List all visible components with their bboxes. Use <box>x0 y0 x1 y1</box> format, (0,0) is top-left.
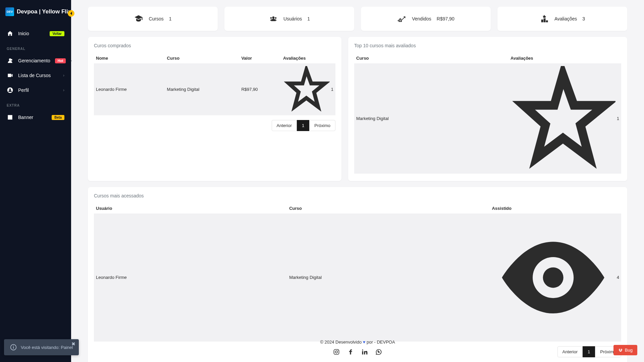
stat-value: 1 <box>169 16 172 21</box>
th-assistido: Assistido <box>490 203 621 214</box>
nav-label: Lista de Cursos <box>18 73 58 78</box>
chevron-right-icon: › <box>63 88 64 93</box>
stat-label: Usuários <box>283 16 302 21</box>
pagination: Anterior 1 Próximo <box>94 120 335 131</box>
sidebar-header: DEV Devpoa | Yellow Flix <box>0 0 71 23</box>
stat-card-vendidos: Vendidos R$97,90 <box>361 7 491 31</box>
user-icon <box>7 87 13 94</box>
nav-label: Gerenciamento <box>18 58 50 63</box>
nav-item-gerenciamento[interactable]: Gerenciamento Hot › <box>0 53 71 68</box>
logo-icon: DEV <box>5 7 14 16</box>
bug-icon <box>618 348 623 353</box>
star-icon <box>283 66 330 113</box>
instagram-icon[interactable] <box>333 349 340 355</box>
stat-card-cursos: Cursos 1 <box>88 7 218 31</box>
nav-section-extra: EXTRA <box>0 98 71 110</box>
stat-label: Avaliações <box>554 16 577 21</box>
stat-card-usuarios: Usuários 1 <box>224 7 354 31</box>
cell-curso: Marketing Digital <box>287 214 490 342</box>
page-next-button[interactable]: Próximo <box>309 120 335 131</box>
cell-curso: Marketing Digital <box>165 63 239 115</box>
badge-beta: Beta <box>52 115 64 120</box>
svg-point-4 <box>338 350 338 351</box>
toast-close-button[interactable]: ✖ <box>71 341 75 347</box>
linkedin-icon[interactable] <box>361 349 368 355</box>
panel-comprados: Curos comprados Nome Curso Valor Avaliaç… <box>88 37 341 181</box>
users-group-icon <box>269 14 278 23</box>
nav-item-lista-cursos[interactable]: Lista de Cursos › <box>0 68 71 83</box>
graduation-icon <box>134 14 143 23</box>
main-content: Cursos 1 Usuários 1 Vendidos R$97,90 Ava… <box>71 0 644 362</box>
nav-label: Perfil <box>18 87 58 93</box>
facebook-icon[interactable] <box>347 349 354 355</box>
badge-voltar: Voltar <box>50 31 64 36</box>
brand-title: Devpoa | Yellow Flix <box>17 8 71 15</box>
th-nome: Nome <box>94 53 165 63</box>
badge-hot: Hot <box>55 58 66 63</box>
video-icon <box>7 72 13 79</box>
sales-icon <box>397 14 407 23</box>
table-mais-acessados: Usuário Curso Assistido Leonardo Firme M… <box>94 203 621 342</box>
image-icon <box>7 114 13 121</box>
table-row: Leonardo Firme Marketing Digital 4 <box>94 214 621 342</box>
page-number-button[interactable]: 1 <box>297 120 309 131</box>
panel-top-avaliados: Top 10 cursos mais avaliados Curso Avali… <box>348 37 627 181</box>
panel-mais-acessados: Cursos mais acessados Usuário Curso Assi… <box>88 187 627 362</box>
cell-views: 4 <box>490 214 621 342</box>
nav-item-banner[interactable]: Banner Beta <box>0 110 71 125</box>
home-icon <box>7 30 13 37</box>
bug-report-button[interactable]: Bug <box>613 345 637 355</box>
nav-label: Banner <box>18 115 47 120</box>
table-comprados: Nome Curso Valor Avaliações Leonardo Fir… <box>94 53 335 115</box>
ratings-icon <box>540 14 549 23</box>
stat-value: R$97,90 <box>437 16 454 21</box>
footer-text: © 2024 Desenvolvido ♥ por - DEVPOA <box>71 340 644 345</box>
collapse-button[interactable] <box>68 10 74 17</box>
stat-label: Cursos <box>149 16 163 21</box>
panels-row: Curos comprados Nome Curso Valor Avaliaç… <box>88 37 627 181</box>
info-icon <box>10 344 17 351</box>
social-links <box>71 349 644 355</box>
stat-value: 1 <box>307 16 310 21</box>
star-icon <box>511 66 615 171</box>
table-top-avaliados: Curso Avaliações Marketing Digital 1 <box>354 53 621 174</box>
chevron-right-icon: › <box>70 58 72 63</box>
th-valor: Valor <box>239 53 281 63</box>
toast-notification: Você está visitando: Painel ✖ <box>4 339 79 355</box>
page-prev-button[interactable]: Anterior <box>272 120 297 131</box>
cell-rating: 1 <box>508 63 621 174</box>
th-avaliacoes: Avaliações <box>281 53 335 63</box>
toast-message: Você está visitando: Painel <box>21 345 73 350</box>
th-curso: Curso <box>287 203 490 214</box>
stat-label: Vendidos <box>412 16 431 21</box>
stat-value: 3 <box>582 16 585 21</box>
cell-curso: Marketing Digital <box>354 63 508 174</box>
panel-title: Curos comprados <box>94 43 335 48</box>
stats-row: Cursos 1 Usuários 1 Vendidos R$97,90 Ava… <box>88 7 627 31</box>
cell-rating: 1 <box>281 63 335 115</box>
nav-item-inicio[interactable]: Inicio Voltar <box>0 26 71 41</box>
panel-title: Cursos mais acessados <box>94 193 621 198</box>
cell-nome: Leonardo Firme <box>94 63 165 115</box>
table-row: Leonardo Firme Marketing Digital R$97,90… <box>94 63 335 115</box>
nav-label: Inicio <box>18 31 45 36</box>
svg-point-1 <box>9 88 11 90</box>
svg-point-3 <box>335 351 338 353</box>
sidebar: DEV Devpoa | Yellow Flix Inicio Voltar G… <box>0 0 71 362</box>
cell-valor: R$97,90 <box>239 63 281 115</box>
nav: Inicio Voltar GENERAL Gerenciamento Hot … <box>0 23 71 127</box>
th-usuario: Usuário <box>94 203 287 214</box>
svg-rect-2 <box>334 350 339 355</box>
th-curso: Curso <box>165 53 239 63</box>
stat-card-avaliacoes: Avaliações 3 <box>497 7 627 31</box>
th-avaliacoes: Avaliações <box>508 53 621 63</box>
whatsapp-icon[interactable] <box>375 349 382 355</box>
table-row: Marketing Digital 1 <box>354 63 621 174</box>
th-curso: Curso <box>354 53 508 63</box>
panel-title: Top 10 cursos mais avaliados <box>354 43 621 48</box>
chevron-left-icon <box>68 10 74 17</box>
eye-icon <box>492 216 614 339</box>
nav-item-perfil[interactable]: Perfil › <box>0 83 71 98</box>
chevron-right-icon: › <box>63 73 64 78</box>
users-icon <box>7 57 13 64</box>
